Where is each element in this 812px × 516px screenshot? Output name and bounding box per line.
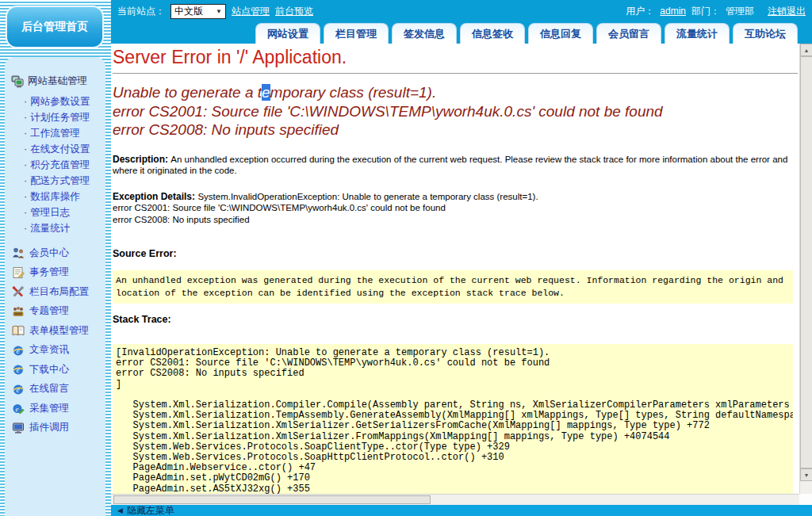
sidebar-subitem[interactable]: ·计划任务管理 [24,109,105,125]
horizontal-scrollbar[interactable] [111,494,799,505]
sidebar: 后台管理首页 网站基础管理 ·网站参数设置·计划任务管理·工作流管理·在线支付设… [0,0,111,516]
sidebar-subitem[interactable]: ·配送方式管理 [24,173,105,189]
sidebar-itemlist: 会员中心事务管理栏目布局配置专题管理表单模型管理e文章资讯e下载中心e在线留言e… [5,243,105,438]
svg-text:e: e [16,346,19,354]
sidebar-subitem-label: 工作流管理 [30,128,80,139]
sidebar-item-label: 下载中心 [29,363,69,376]
vertical-scrollbar[interactable]: ▲ ▼ [799,44,812,494]
username-link[interactable]: admin [660,6,686,17]
ie-icon: e [12,344,25,357]
subtitle-after: mporary class (result=1). [270,84,437,101]
text-selection: e [262,84,270,101]
chevron-down-icon: ▼ [216,8,222,15]
ie-icon: e [12,363,25,376]
bullet-icon: · [24,112,27,123]
sidebar-subitem[interactable]: ·网站参数设置 [24,94,105,109]
sidebar-item-label: 文章资讯 [29,343,69,357]
tab-label: 栏目管理 [335,27,377,41]
tab-bar: 网站设置栏目管理签发信息信息签收信息回复会员留言流量统计互助论坛 [255,23,798,44]
topics-icon [12,305,25,318]
sidebar-item[interactable]: e采集管理 [12,399,105,419]
sidebar-item[interactable]: 表单模型管理 [12,321,105,341]
bullet-icon: · [24,207,27,218]
sidebar-item-label: 表单模型管理 [29,324,89,338]
svg-text:e: e [16,405,19,413]
tab-label: 流量统计 [676,27,718,41]
source-error-code: An unhandled exception was generated dur… [113,270,793,304]
members-icon [12,247,25,259]
tab-label: 互助论坛 [745,27,786,41]
sidebar-subitem[interactable]: ·积分充值管理 [24,157,105,173]
form-model-icon [12,324,25,337]
bullet-icon: · [24,159,27,170]
exception-text: System.InvalidOperationException: Unable… [197,192,538,201]
subtitle-before: Unable to generate a t [113,84,262,101]
site-select[interactable]: 中文版 ▼ [170,4,226,19]
tab[interactable]: 流量统计 [665,23,730,44]
stack-trace-label: Stack Trace: [113,314,799,325]
dept-value: 管理部 [726,5,754,18]
sidebar-item[interactable]: 栏目布局配置 [12,282,105,302]
sidebar-subitem[interactable]: ·数据库操作 [24,189,105,204]
tab-label: 信息签收 [472,27,513,41]
subtitle-line-1: Unable to generate a temporary class (re… [113,83,799,102]
front-preview-link[interactable]: 前台预览 [275,5,313,18]
plugin-icon [12,422,25,434]
divider [113,73,798,74]
exception-line-2: error CS2001: Source file 'C:\WINDOWS\TE… [113,202,788,214]
tab[interactable]: 栏目管理 [324,23,389,44]
admin-console: 后台管理首页 网站基础管理 ·网站参数设置·计划任务管理·工作流管理·在线支付设… [0,0,812,516]
scroll-down-icon[interactable]: ▼ [800,468,812,481]
sidebar-item-label: 栏目布局配置 [29,285,89,299]
bullet-icon: · [24,191,27,202]
subtitle-line-3: error CS2008: No inputs specified [113,120,799,140]
sidebar-subitem[interactable]: ·管理日志 [24,204,105,220]
current-site-label: 当前站点： [117,5,165,18]
error-page: Server Error in '/' Application. Unable … [111,44,799,494]
tab[interactable]: 网站设置 [255,23,320,44]
tab-label: 网站设置 [267,27,308,41]
logout-link[interactable]: 注销退出 [768,5,806,18]
bullet-icon: · [24,223,27,234]
horizontal-scroll-thumb[interactable] [113,495,431,504]
tab[interactable]: 签发信息 [392,23,457,44]
sidebar-item[interactable]: e下载中心 [12,360,105,380]
sidebar-subitem-label: 配送方式管理 [30,175,90,186]
sidebar-item[interactable]: 专题管理 [12,302,105,322]
tab[interactable]: 信息回复 [528,23,593,44]
exception-label: Exception Details: [113,191,197,202]
sidebar-subitem-label: 数据库操作 [30,191,80,202]
home-button[interactable]: 后台管理首页 [6,6,104,48]
tab[interactable]: 会员留言 [596,23,661,44]
sidebar-subitem-label: 管理日志 [30,207,70,218]
vertical-scroll-thumb[interactable] [800,56,812,468]
tab[interactable]: 互助论坛 [733,23,798,44]
sidebar-group-site-basic[interactable]: 网站基础管理 [11,75,105,88]
exception-details: Exception Details: System.InvalidOperati… [113,191,788,226]
bullet-icon: · [24,96,27,107]
sidebar-group-label: 网站基础管理 [28,75,87,88]
sidebar-item[interactable]: e文章资讯 [12,341,105,361]
svg-text:e: e [16,366,19,374]
hide-menu-bar[interactable]: ◀ 隐藏左菜单 [111,505,812,516]
sidebar-item-label: 在线留言 [29,382,69,396]
sidebar-item-label: 事务管理 [29,266,69,279]
sidebar-subitem[interactable]: ·在线支付设置 [24,141,105,157]
bullet-icon: · [24,143,27,155]
description-text: An unhandled exception occurred during t… [113,155,787,176]
sidebar-item-label: 插件调用 [29,421,69,434]
sidebar-subitem[interactable]: ·工作流管理 [24,125,105,141]
sidebar-item[interactable]: 会员中心 [12,243,105,263]
svg-text:e: e [16,385,19,393]
scroll-up-icon[interactable]: ▲ [800,44,812,56]
sidebar-item[interactable]: 插件调用 [12,419,105,438]
tab[interactable]: 信息签收 [460,23,525,44]
site-manage-link[interactable]: 站点管理 [232,5,270,18]
error-subtitle: Unable to generate a temporary class (re… [113,83,799,140]
affairs-icon [12,266,25,279]
hide-menu-label: 隐藏左菜单 [127,504,174,516]
sidebar-item[interactable]: 事务管理 [12,263,105,283]
sidebar-item[interactable]: e在线留言 [12,380,105,399]
sidebar-subitem[interactable]: ·流量统计 [24,220,105,236]
layout-config-icon [12,285,25,298]
